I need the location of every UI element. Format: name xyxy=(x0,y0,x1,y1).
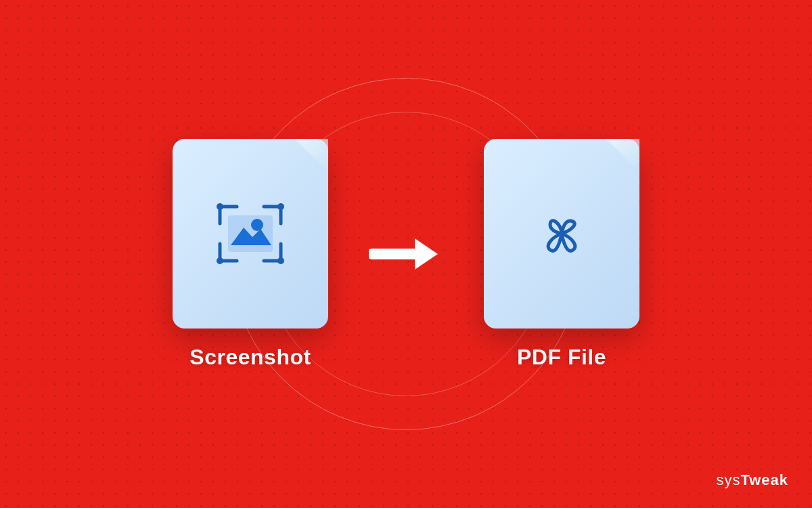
conversion-row: Screenshot xyxy=(173,139,639,370)
pdf-file-card xyxy=(484,139,639,329)
brand-logo: sysTweak xyxy=(716,471,788,489)
conversion-arrow-icon xyxy=(369,230,443,278)
brand-sys: sys xyxy=(716,471,740,489)
brand-tweak: Tweak xyxy=(740,471,788,489)
svg-point-9 xyxy=(277,203,284,210)
main-content: Screenshot xyxy=(0,0,812,508)
svg-point-8 xyxy=(217,203,223,210)
svg-point-11 xyxy=(277,257,284,264)
pdf-label: PDF File xyxy=(517,345,606,370)
svg-rect-12 xyxy=(228,215,273,252)
pdf-card-wrapper: PDF File xyxy=(484,139,639,370)
svg-point-10 xyxy=(217,257,223,264)
screenshot-card-wrapper: Screenshot xyxy=(173,139,328,370)
pdf-acrobat-icon xyxy=(524,196,599,271)
screenshot-file-card xyxy=(173,139,328,329)
svg-point-14 xyxy=(559,231,564,236)
screenshot-icon xyxy=(206,196,294,271)
screenshot-label: Screenshot xyxy=(189,345,311,370)
svg-point-13 xyxy=(251,219,263,231)
arrow-container xyxy=(369,230,443,278)
